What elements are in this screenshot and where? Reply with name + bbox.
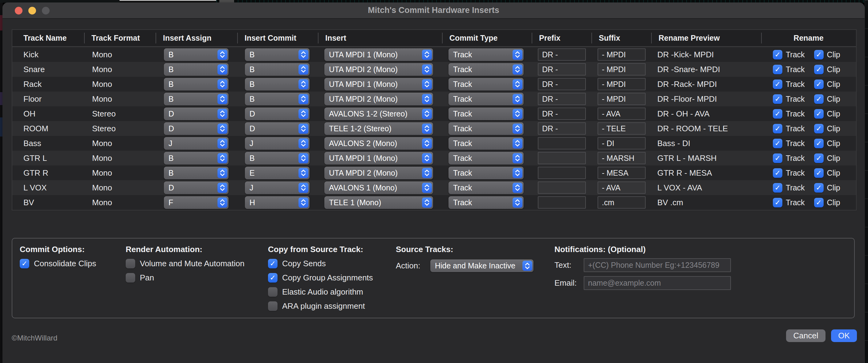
commit-type-select[interactable]: Track <box>448 152 524 164</box>
rename-track-checkbox[interactable] <box>773 168 782 178</box>
insert-commit-select[interactable]: B <box>245 49 310 61</box>
commit-type-select[interactable]: Track <box>448 93 524 105</box>
copy-group-assignments-checkbox[interactable] <box>268 273 278 282</box>
cancel-button[interactable]: Cancel <box>786 329 826 342</box>
ara-plugin-checkbox[interactable] <box>268 301 278 311</box>
prefix-input[interactable] <box>538 152 586 164</box>
insert-commit-select[interactable]: E <box>245 167 310 179</box>
copy-sends-checkbox[interactable] <box>268 259 278 268</box>
commit-type-select[interactable]: Track <box>448 167 524 179</box>
commit-type-select[interactable]: Track <box>448 137 524 150</box>
rename-clip-checkbox[interactable] <box>814 198 824 207</box>
prefix-input[interactable] <box>538 137 586 149</box>
suffix-input[interactable] <box>597 137 646 149</box>
rename-track-checkbox[interactable] <box>773 65 782 74</box>
insert-select[interactable]: TELE 1-2 (Stereo) <box>324 122 433 135</box>
email-input[interactable] <box>584 276 731 290</box>
insert-select[interactable]: UTA MPDI 1 (Mono) <box>324 152 433 164</box>
commit-type-select[interactable]: Track <box>448 181 524 194</box>
suffix-input[interactable] <box>597 122 646 135</box>
insert-assign-select[interactable]: B <box>164 78 228 91</box>
pan-checkbox[interactable] <box>126 273 135 282</box>
rename-clip-checkbox[interactable] <box>814 50 824 59</box>
rename-track-checkbox[interactable] <box>773 198 782 207</box>
insert-commit-select[interactable]: H <box>245 196 310 209</box>
prefix-input[interactable] <box>538 108 586 120</box>
insert-select[interactable]: TELE 1 (Mono) <box>324 196 433 209</box>
prefix-input[interactable] <box>538 122 586 135</box>
suffix-input[interactable] <box>597 49 646 61</box>
phone-number-input[interactable] <box>584 258 731 272</box>
insert-select[interactable]: UTA MPDI 2 (Mono) <box>324 93 433 105</box>
suffix-input[interactable] <box>597 108 646 120</box>
insert-assign-select[interactable]: B <box>164 63 228 76</box>
insert-select[interactable]: UTA MPDI 1 (Mono) <box>324 49 433 61</box>
volume-mute-automation-checkbox[interactable] <box>126 259 135 268</box>
rename-track-checkbox[interactable] <box>773 183 782 192</box>
source-tracks-action-select[interactable]: Hide and Make Inactive <box>430 260 533 272</box>
insert-commit-select[interactable]: J <box>245 181 310 194</box>
rename-track-checkbox[interactable] <box>773 153 782 163</box>
insert-commit-select[interactable]: B <box>245 152 310 164</box>
suffix-input[interactable] <box>597 181 646 194</box>
rename-clip-checkbox[interactable] <box>814 124 824 133</box>
rename-clip-checkbox[interactable] <box>814 153 824 163</box>
insert-assign-select[interactable]: B <box>164 152 228 164</box>
rename-clip-checkbox[interactable] <box>814 94 824 104</box>
insert-select[interactable]: AVALONS 2 (Mono) <box>324 137 433 150</box>
insert-commit-select[interactable]: J <box>245 137 310 150</box>
rename-track-checkbox[interactable] <box>773 139 782 148</box>
commit-type-select[interactable]: Track <box>448 108 524 120</box>
insert-select[interactable]: UTA MPDI 2 (Mono) <box>324 167 433 179</box>
suffix-input[interactable] <box>597 167 646 179</box>
insert-commit-select[interactable]: D <box>245 108 310 120</box>
rename-track-checkbox[interactable] <box>773 94 782 104</box>
rename-track-checkbox[interactable] <box>773 50 782 59</box>
suffix-input[interactable] <box>597 196 646 209</box>
rename-track-checkbox[interactable] <box>773 109 782 119</box>
insert-assign-select[interactable]: J <box>164 137 228 150</box>
insert-select[interactable]: AVALONS 1 (Mono) <box>324 181 433 194</box>
prefix-input[interactable] <box>538 93 586 105</box>
commit-type-select[interactable]: Track <box>448 78 524 91</box>
rename-clip-checkbox[interactable] <box>814 80 824 89</box>
insert-commit-select[interactable]: B <box>245 63 310 76</box>
commit-type-select[interactable]: Track <box>448 122 524 135</box>
insert-commit-select[interactable]: D <box>245 122 310 135</box>
suffix-input[interactable] <box>597 78 646 90</box>
rename-clip-checkbox[interactable] <box>814 183 824 192</box>
prefix-input[interactable] <box>538 167 586 179</box>
rename-track-checkbox[interactable] <box>773 124 782 133</box>
suffix-input[interactable] <box>597 93 646 105</box>
insert-assign-select[interactable]: D <box>164 122 228 135</box>
insert-select[interactable]: AVALONS 1-2 (Stereo) <box>324 108 433 120</box>
prefix-input[interactable] <box>538 196 586 209</box>
rename-clip-checkbox[interactable] <box>814 109 824 119</box>
insert-assign-select[interactable]: F <box>164 196 228 209</box>
insert-assign-select[interactable]: B <box>164 167 228 179</box>
rename-track-checkbox[interactable] <box>773 80 782 89</box>
rename-clip-checkbox[interactable] <box>814 139 824 148</box>
prefix-input[interactable] <box>538 78 586 90</box>
insert-select[interactable]: UTA MPDI 2 (Mono) <box>324 63 433 76</box>
rename-clip-checkbox[interactable] <box>814 168 824 178</box>
insert-commit-select[interactable]: B <box>245 93 310 105</box>
ok-button[interactable]: OK <box>831 329 857 342</box>
commit-type-select[interactable]: Track <box>448 196 524 209</box>
insert-assign-select[interactable]: B <box>164 93 228 105</box>
insert-assign-select[interactable]: D <box>164 108 228 120</box>
insert-assign-select[interactable]: B <box>164 49 228 61</box>
prefix-input[interactable] <box>538 181 586 194</box>
commit-type-select[interactable]: Track <box>448 63 524 76</box>
insert-select[interactable]: UTA MPDI 1 (Mono) <box>324 78 433 91</box>
suffix-input[interactable] <box>597 152 646 164</box>
rename-clip-checkbox[interactable] <box>814 65 824 74</box>
prefix-input[interactable] <box>538 63 586 75</box>
consolidate-clips-checkbox[interactable] <box>20 259 29 268</box>
prefix-input[interactable] <box>538 49 586 61</box>
insert-commit-select[interactable]: B <box>245 78 310 91</box>
suffix-input[interactable] <box>597 63 646 75</box>
commit-type-select[interactable]: Track <box>448 49 524 61</box>
insert-assign-select[interactable]: D <box>164 181 228 194</box>
elastic-audio-checkbox[interactable] <box>268 287 278 297</box>
